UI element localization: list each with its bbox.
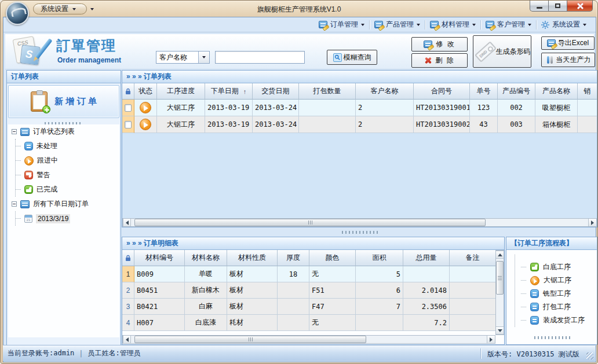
area-cell: 5 [356, 266, 403, 282]
tree-connector [521, 280, 526, 281]
workflow-bottom-splitter[interactable] [534, 336, 570, 339]
column-header-customer[interactable]: 客户名称 [356, 83, 414, 100]
detail-row-2[interactable]: 2 B0451 新白橡木 板材 F51 6 2.0148 [122, 282, 495, 299]
detail-row-1[interactable]: 1 B009 单暖 板材 18 无 5 [122, 266, 495, 282]
tree-node-order-dates[interactable]: 所有下单日期订单 [8, 197, 119, 211]
export-excel-button[interactable]: 导出Excel [541, 36, 595, 50]
workflow-item-milling[interactable]: 铣型工序 [521, 287, 597, 300]
material-code-cell: B0421 [134, 299, 185, 315]
area-cell [356, 315, 403, 331]
collapse-icon[interactable] [12, 129, 17, 134]
scroll-right-button[interactable] [588, 219, 596, 226]
column-header-delivery-date[interactable]: 交货日期 [253, 83, 299, 100]
order-row-2[interactable]: 大锯工序 2013-03-19 2013-03-24 2 HT201303190… [122, 116, 597, 133]
order-row-1[interactable]: 大锯工序 2013-03-19 2013-03-24 2 HT201303190… [122, 100, 597, 116]
scrollbar-track[interactable] [496, 259, 504, 326]
menu-system-settings[interactable]: 系统设置 [537, 19, 591, 31]
module-toolbar: CSS S 訂單管理 Order management 客户名称 模糊查询 修 … [5, 34, 594, 69]
tree-item-unprocessed[interactable]: 未处理 [16, 139, 119, 153]
close-button[interactable] [567, 1, 593, 12]
orders-horizontal-scrollbar[interactable] [122, 218, 597, 227]
column-header-product-name[interactable]: 产品名称 [535, 83, 578, 100]
module-logo: CSS S [13, 36, 49, 68]
new-order-button[interactable]: 新 增 订 单 [8, 85, 119, 118]
color-cell: F47 [309, 299, 356, 315]
customer-cell: 2 [356, 100, 414, 116]
column-header-contract[interactable]: 合同号 [414, 83, 470, 100]
total-cell: 2.0148 [403, 282, 450, 299]
resize-grip[interactable] [586, 352, 593, 359]
column-header-order-date[interactable]: 下单日期 ↑ [205, 83, 253, 100]
workflow-item-packing[interactable]: 打包工序 [521, 300, 597, 314]
tree-item-completed[interactable]: 已完成 [16, 182, 119, 197]
menu-customers[interactable]: 客户管理 [481, 19, 536, 31]
column-header-area[interactable]: 面积 [356, 250, 403, 266]
lock-column-header[interactable] [122, 250, 134, 266]
tree-node-order-status[interactable]: 订单状态列表 [8, 124, 119, 139]
combo-dropdown-button[interactable] [198, 52, 209, 63]
menu-products[interactable]: 产品管理 [370, 19, 425, 31]
clipboard-plus-icon [31, 91, 48, 112]
orders-table-icon [319, 21, 327, 28]
filter-field-combo[interactable]: 客户名称 [156, 51, 210, 64]
column-header-remark[interactable]: 备注 [450, 250, 495, 266]
scroll-left-button[interactable] [123, 219, 131, 226]
menu-orders[interactable]: 订单管理 [314, 19, 369, 31]
scroll-right-button[interactable] [487, 336, 495, 343]
row-checkbox[interactable] [125, 121, 132, 128]
scroll-up-button[interactable] [496, 251, 504, 259]
search-input[interactable] [215, 51, 305, 64]
generate-barcode-button[interactable]: DND 生成条形码 [473, 35, 531, 68]
column-header-material-name[interactable]: 材料名称 [185, 250, 227, 266]
column-header-pack-qty[interactable]: 打包数量 [299, 83, 356, 100]
workflow-item-whitebase[interactable]: 白底工序 [521, 260, 597, 274]
tree-item-in-progress[interactable]: 跟进中 [16, 153, 119, 168]
scrollbar-track[interactable] [131, 336, 487, 343]
details-vertical-scrollbar[interactable] [495, 250, 504, 335]
lock-icon [125, 88, 131, 95]
scrollbar-thumb[interactable] [134, 219, 486, 226]
row-checkbox[interactable] [125, 104, 132, 112]
scrollbar-track[interactable] [131, 219, 588, 226]
scroll-down-button[interactable] [496, 326, 504, 334]
scrollbar-thumb[interactable] [496, 261, 504, 295]
column-header-process[interactable]: 工序进度 [157, 83, 205, 100]
tree-node-label: 所有下单日期订单 [33, 199, 89, 209]
material-nature-cell: 板材 [227, 299, 278, 315]
collapse-icon[interactable] [12, 201, 17, 207]
menu-materials[interactable]: 材料管理 [425, 19, 480, 31]
fuzzy-search-button[interactable]: 模糊查询 [327, 50, 377, 65]
lock-column-header[interactable] [122, 83, 134, 100]
app-logo-orb-icon[interactable] [6, 2, 29, 25]
scrollbar-thumb[interactable] [134, 336, 366, 343]
column-header-material-code[interactable]: 材料编号 [134, 250, 185, 266]
column-header-material-nature[interactable]: 材料性质 [227, 250, 278, 266]
tree-item-date-2013-3-19[interactable]: 21 2013/3/19 [16, 211, 119, 226]
column-header-product-code[interactable]: 产品编号 [498, 83, 535, 100]
column-header-total[interactable]: 总用量 [403, 250, 450, 266]
maximize-button[interactable] [548, 1, 567, 12]
tree-item-warning[interactable]: 警告 [16, 168, 119, 182]
daily-capacity-button[interactable]: 当天生产力 [541, 53, 595, 67]
horizontal-splitter[interactable] [122, 229, 597, 236]
sidebar: 订单列表 新 增 订 单 订单状态列表 未处理 [6, 70, 121, 361]
column-header-thickness[interactable]: 厚度 [278, 250, 309, 266]
minimize-button[interactable] [530, 1, 549, 12]
detail-row-4[interactable]: 4 H007 白底漆 耗材 无 7.2 [122, 315, 495, 331]
column-header-clipped[interactable]: 销 [578, 83, 597, 100]
workflow-item-shipping[interactable]: 装成发货工序 [521, 314, 597, 327]
in-progress-status-icon [140, 102, 151, 113]
column-header-status[interactable]: 状态 [134, 83, 157, 100]
scroll-left-button[interactable] [123, 336, 131, 343]
delete-button[interactable]: 删 除 [411, 53, 468, 68]
title-bar[interactable]: 系统设置 旗舰橱柜生产管理系统V1.0 [1, 1, 597, 17]
column-header-color[interactable]: 颜色 [309, 250, 356, 266]
details-horizontal-scrollbar[interactable] [122, 335, 495, 344]
column-header-order-no[interactable]: 单号 [470, 83, 498, 100]
workflow-item-saw[interactable]: 大锯工序 [521, 274, 597, 287]
chevron-down-icon [361, 24, 364, 26]
detail-row-3[interactable]: 3 B0421 白麻 板材 F47 7 2.3506 [122, 299, 495, 315]
tree-connector [521, 267, 526, 267]
edit-button[interactable]: 修 改 [411, 37, 468, 52]
delivery-date-cell: 2013-03-24 [253, 100, 299, 116]
